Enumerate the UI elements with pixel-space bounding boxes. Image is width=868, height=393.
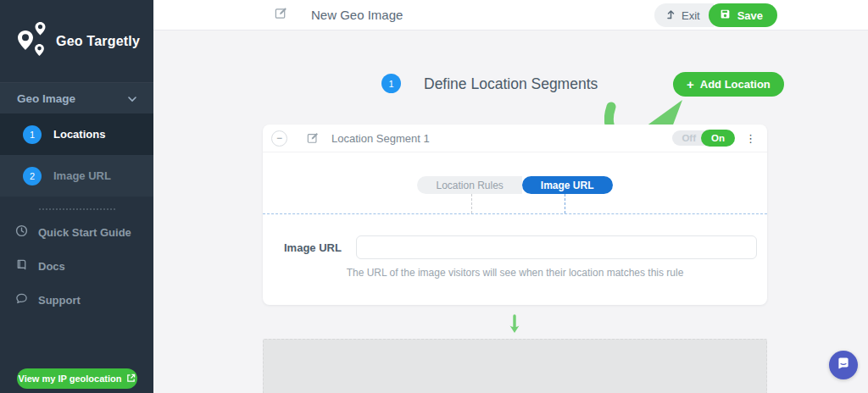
sidebar-divider bbox=[39, 208, 115, 210]
edit-segment-icon[interactable] bbox=[307, 132, 319, 144]
add-location-button[interactable]: + Add Location bbox=[673, 72, 784, 97]
collapse-segment-button[interactable]: − bbox=[271, 130, 287, 147]
sidebar-section-geo-image[interactable]: Geo Image bbox=[0, 82, 153, 113]
location-segment-card: − Location Segment 1 Off On ⋮ Location R… bbox=[263, 125, 767, 305]
tab-connector-line bbox=[565, 194, 565, 213]
edit-title-icon[interactable] bbox=[275, 7, 287, 23]
segment-tabs: Location Rules Image URL bbox=[263, 176, 767, 194]
sidebar-item-label: Locations bbox=[53, 128, 105, 141]
section-heading: Define Location Segments bbox=[424, 75, 598, 93]
save-floppy-icon bbox=[720, 8, 731, 22]
page-title: New Geo Image bbox=[311, 8, 403, 22]
chat-bubble-icon bbox=[15, 292, 28, 308]
segment-card-header: − Location Segment 1 Off On ⋮ bbox=[263, 125, 767, 152]
geo-pins-icon bbox=[15, 20, 49, 63]
plus-icon: + bbox=[687, 77, 694, 91]
chat-widget-button[interactable] bbox=[829, 351, 858, 379]
tab-image-url[interactable]: Image URL bbox=[522, 176, 613, 194]
sidebar-item-locations[interactable]: 1 Locations bbox=[0, 113, 153, 155]
tab-connector-line bbox=[471, 194, 472, 213]
sidebar-item-label: Quick Start Guide bbox=[38, 226, 131, 239]
next-section-placeholder bbox=[263, 339, 767, 393]
exit-button[interactable]: Exit bbox=[654, 3, 714, 27]
kebab-menu-icon[interactable]: ⋮ bbox=[743, 133, 759, 144]
segment-title: Location Segment 1 bbox=[331, 132, 430, 145]
ip-button-label: View my IP geolocation bbox=[19, 374, 122, 384]
external-link-icon bbox=[126, 374, 136, 385]
sidebar-item-quick-start-guide[interactable]: Quick Start Guide bbox=[0, 215, 153, 249]
image-url-helper-text: The URL of the image visitors will see w… bbox=[263, 267, 767, 279]
main-area: New Geo Image Exit Save 1 Define Locatio… bbox=[153, 0, 868, 393]
image-url-input[interactable] bbox=[356, 235, 757, 259]
clock-icon bbox=[15, 224, 28, 241]
save-button[interactable]: Save bbox=[709, 3, 777, 27]
brand-name: Geo Targetly bbox=[56, 34, 140, 49]
step-1-badge: 1 bbox=[381, 74, 401, 93]
toggle-on-option[interactable]: On bbox=[701, 130, 735, 147]
chevron-down-icon bbox=[128, 91, 136, 106]
exit-icon bbox=[666, 9, 676, 22]
sidebar-item-label: Support bbox=[38, 294, 81, 307]
sidebar-item-label: Docs bbox=[38, 260, 65, 273]
sidebar-item-support[interactable]: Support bbox=[0, 283, 153, 317]
top-header: New Geo Image Exit Save bbox=[153, 0, 868, 30]
exit-button-label: Exit bbox=[682, 9, 700, 22]
sidebar-item-label: Image URL bbox=[53, 169, 111, 182]
step-number-badge: 2 bbox=[23, 167, 42, 185]
save-button-label: Save bbox=[737, 9, 763, 22]
brand-logo[interactable]: Geo Targetly bbox=[0, 0, 153, 82]
image-url-field-row: Image URL bbox=[263, 235, 767, 259]
view-ip-geolocation-button[interactable]: View my IP geolocation bbox=[17, 368, 137, 389]
segment-on-off-toggle: Off On bbox=[672, 130, 735, 147]
tab-location-rules[interactable]: Location Rules bbox=[417, 176, 521, 194]
flow-down-arrow-icon bbox=[508, 314, 521, 338]
add-location-label: Add Location bbox=[700, 78, 771, 91]
intercom-chat-icon bbox=[837, 357, 850, 374]
sidebar: Geo Targetly Geo Image 1 Locations 2 Ima… bbox=[0, 0, 153, 393]
step-number-badge: 1 bbox=[23, 125, 42, 144]
image-url-label: Image URL bbox=[284, 241, 348, 254]
tab-panel-divider bbox=[263, 213, 767, 214]
sidebar-section-label: Geo Image bbox=[17, 92, 75, 105]
sidebar-item-image-url[interactable]: 2 Image URL bbox=[0, 155, 153, 196]
sidebar-item-docs[interactable]: Docs bbox=[0, 249, 153, 283]
book-icon bbox=[15, 258, 28, 274]
